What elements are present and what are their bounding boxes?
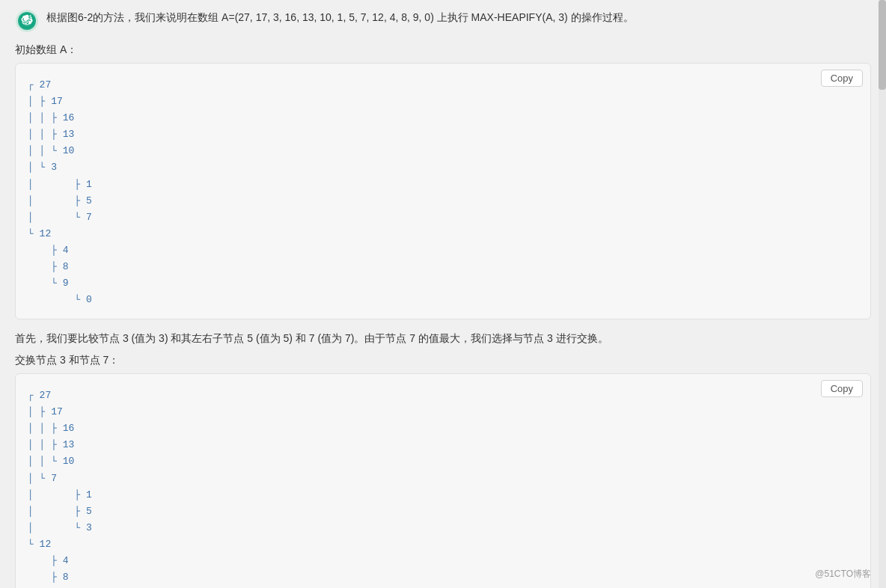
copy-button-1[interactable]: Copy [821, 70, 863, 87]
scrollbar-track [879, 0, 886, 588]
watermark: @51CTO博客 [815, 568, 871, 581]
code-block-1: Copy ┌ 27 │ ├ 17 │ │ ├ 16 │ │ ├ 13 │ │ └… [15, 63, 871, 319]
header-description: 根据图6-2的方法，我们来说明在数组 A=(27, 17, 3, 16, 13,… [46, 9, 871, 25]
code-block-2: Copy ┌ 27 │ ├ 17 │ │ ├ 16 │ │ ├ 13 │ │ └… [15, 373, 871, 588]
svg-point-1 [18, 12, 36, 30]
tree-code-2: ┌ 27 │ ├ 17 │ │ ├ 16 │ │ ├ 13 │ │ └ 10 │… [28, 385, 858, 588]
copy-button-2[interactable]: Copy [821, 380, 863, 397]
section2-label: 交换节点 3 和节点 7： [15, 354, 871, 367]
header-row: 根据图6-2的方法，我们来说明在数组 A=(27, 17, 3, 16, 13,… [15, 9, 871, 33]
description-1: 首先，我们要比较节点 3 (值为 3) 和其左右子节点 5 (值为 5) 和 7… [15, 330, 871, 348]
chatgpt-logo-icon [15, 9, 39, 33]
section1-label: 初始数组 A： [15, 43, 871, 57]
tree-code-1: ┌ 27 │ ├ 17 │ │ ├ 16 │ │ ├ 13 │ │ └ 10 │… [28, 74, 858, 308]
content-area: 根据图6-2的方法，我们来说明在数组 A=(27, 17, 3, 16, 13,… [0, 0, 886, 588]
scrollbar-thumb[interactable] [879, 0, 886, 90]
main-container: 根据图6-2的方法，我们来说明在数组 A=(27, 17, 3, 16, 13,… [0, 0, 886, 588]
